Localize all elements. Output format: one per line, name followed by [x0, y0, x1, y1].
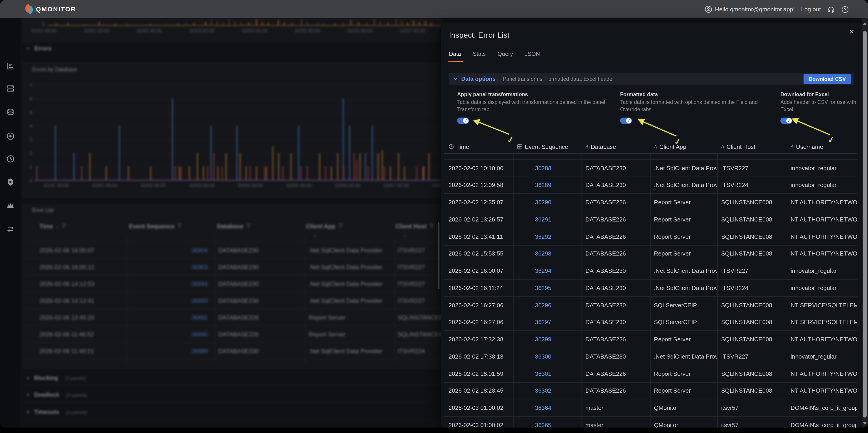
table-row: 2026-02-02 18:01:5936301DATABASE226Repor…	[444, 365, 857, 382]
sidebar-item-settings[interactable]	[0, 175, 21, 191]
cell: 2026-02-02 16:27:06	[444, 297, 514, 314]
cell: SQLServerCEIP	[650, 314, 717, 331]
table-row: 2026-02-02 18:28:4536302DATABASE226Repor…	[444, 382, 857, 399]
inspect-table-header: TimeEvent SequenceADatabaseAClient AppAC…	[444, 140, 857, 154]
event-sequence-link[interactable]: 36301	[514, 365, 582, 382]
cell: SQLServerCEIP	[650, 297, 717, 314]
page-scrollbar-thumb[interactable]	[863, 31, 867, 417]
cell: DATABASE226	[582, 228, 650, 245]
sidebar-item-servers[interactable]	[0, 82, 21, 97]
column-label: Database	[591, 143, 616, 150]
servers-icon	[6, 84, 15, 95]
logout-link[interactable]: Log out	[801, 6, 821, 12]
event-sequence-link[interactable]: 36295	[514, 279, 582, 297]
column-label: Event Sequence	[525, 143, 568, 150]
cell: SQLINSTANCE008	[717, 382, 787, 399]
event-sequence-link[interactable]: 36294	[514, 262, 582, 280]
event-sequence-link[interactable]: 36292	[514, 228, 582, 245]
text-field-icon: A	[654, 143, 657, 150]
cell: NT AUTHORITY\NETWORK SERVICE	[787, 194, 857, 211]
cell: DATABASE230	[582, 159, 650, 177]
column-header-database[interactable]: ADatabase	[582, 143, 650, 150]
toggle-description: Adds header to CSV for use with Excel	[780, 99, 860, 113]
event-sequence-link[interactable]: 36291	[514, 211, 582, 228]
table-row: 2026-02-02 10:10:0036288DATABASE230.Net …	[444, 159, 857, 177]
cell: .Net SqlClient Data Provider	[650, 279, 717, 297]
close-icon[interactable]: ✕	[847, 26, 856, 37]
cell: DATABASE230	[582, 262, 650, 280]
cell: 2026-02-02 17:38:13	[444, 348, 514, 365]
event-sequence-link[interactable]: 36297	[514, 314, 582, 331]
data-options-bar: Data options Panel transforms, Formatted…	[448, 73, 855, 85]
user-greeting-text: Hello qmonitor@qmonitor.app!	[715, 6, 795, 12]
cell: Report Server	[650, 228, 717, 245]
user-avatar-icon	[705, 5, 712, 13]
event-sequence-link[interactable]: 36299	[514, 331, 582, 348]
brand[interactable]: QMONITOR	[25, 4, 76, 14]
cell: itsvr57	[717, 399, 787, 417]
tab-json[interactable]: JSON	[525, 51, 540, 60]
column-header-time[interactable]: Time	[444, 143, 514, 150]
toggle-switch[interactable]: ✓	[457, 118, 469, 124]
column-label: Client App	[659, 143, 686, 150]
table-row: 2026-02-02 16:11:2436295DATABASE230.Net …	[444, 279, 857, 297]
event-sequence-link[interactable]: 36300	[514, 348, 582, 365]
event-sequence-link[interactable]: 36365	[514, 416, 582, 428]
scroll-up-arrow-icon[interactable]	[863, 22, 867, 25]
inspect-drawer: Inspect: Error List ✕ DataStatsQueryJSON…	[441, 23, 862, 428]
support-headset-icon[interactable]	[827, 5, 835, 13]
event-sequence-link[interactable]: 36289	[514, 177, 582, 194]
cell: 2026-02-02 12:09:58	[444, 177, 514, 194]
toggle-group-3: Download for ExcelAdds header to CSV for…	[780, 92, 860, 124]
transfer-icon	[6, 225, 15, 236]
column-header-client-host[interactable]: AClient Host	[717, 143, 787, 150]
cell: NT AUTHORITY\NETWORK SERVICE	[787, 365, 857, 382]
drawer-tabs: DataStatsQueryJSON	[449, 51, 540, 60]
toggle-group-1: Apply panel transformationsTable data is…	[457, 92, 614, 124]
chevron-down-icon	[453, 77, 458, 81]
column-header-client-app[interactable]: AClient App	[650, 143, 717, 150]
page-scrollbar[interactable]	[862, 18, 868, 428]
cell: DATABASE226	[582, 194, 650, 211]
event-sequence-link[interactable]: 36293	[514, 245, 582, 262]
cell: SQLINSTANCE008	[717, 297, 787, 314]
cell: 2026-02-02 13:26:57	[444, 211, 514, 228]
cell: DATABASE226	[582, 331, 650, 348]
event-sequence-link[interactable]: 36290	[514, 194, 582, 211]
event-sequence-link[interactable]: 36296	[514, 297, 582, 314]
tab-data[interactable]: Data	[449, 51, 461, 60]
sidebar-item-database[interactable]	[0, 106, 21, 121]
cell: Report Server	[650, 382, 717, 399]
event-sequence-link[interactable]: 36364	[514, 399, 582, 417]
column-header-username[interactable]: AUsername	[787, 143, 857, 150]
help-icon[interactable]	[841, 5, 849, 13]
sidebar-item-crown[interactable]	[0, 199, 21, 214]
bar-chart-icon	[6, 61, 15, 72]
tab-stats[interactable]: Stats	[473, 51, 486, 60]
event-sequence-link[interactable]: 36302	[514, 382, 582, 399]
cell: NT AUTHORITY\NETWORK SERVICE	[787, 382, 857, 399]
cell: Report Server	[650, 331, 717, 348]
event-sequence-link[interactable]: 36288	[514, 159, 582, 177]
settings-icon	[6, 178, 15, 188]
sidebar-item-history[interactable]	[0, 152, 21, 167]
sidebar-item-transfer[interactable]	[0, 222, 21, 238]
toggle-switch[interactable]: ✓	[780, 118, 792, 124]
data-options-toggle[interactable]: Data options	[461, 76, 496, 82]
table-row: 2026-02-02 17:32:3836299DATABASE226Repor…	[444, 331, 857, 348]
dashboard-scrollbar-thumb[interactable]	[438, 222, 439, 289]
cell: DATABASE230	[582, 297, 650, 314]
toggle-switch[interactable]: ✓	[620, 118, 632, 124]
grid-field-icon	[517, 144, 523, 149]
cell: SQLINSTANCE008	[717, 365, 787, 382]
sidebar-item-bar-chart[interactable]	[0, 59, 21, 74]
cell	[717, 154, 787, 159]
left-sidebar	[0, 18, 21, 428]
scroll-down-arrow-icon[interactable]	[863, 422, 867, 425]
cell	[444, 154, 514, 159]
column-header-event-sequence[interactable]: Event Sequence	[514, 143, 582, 150]
tab-query[interactable]: Query	[498, 51, 513, 60]
cell: 2026-02-02 16:27:06	[444, 314, 514, 331]
sidebar-item-record[interactable]	[0, 129, 21, 145]
download-csv-button[interactable]: Download CSV	[804, 74, 851, 84]
